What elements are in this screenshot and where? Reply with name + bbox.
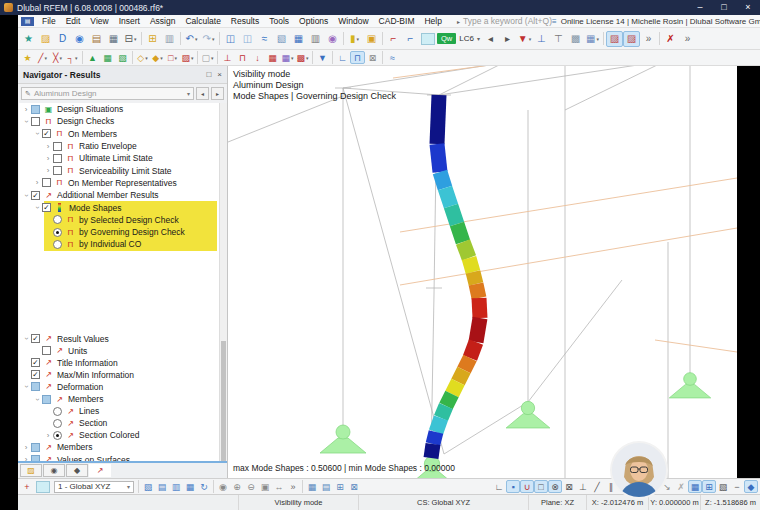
load-icon[interactable]: ↓ [250, 51, 265, 64]
tree-item[interactable]: ↗Lines [19, 405, 219, 417]
maximize-button[interactable]: □ [712, 0, 736, 15]
snap-corner-icon[interactable]: ∟ [492, 480, 506, 493]
expand-closed-icon[interactable]: › [43, 154, 53, 163]
panel-right-icon[interactable]: ◫ [239, 31, 256, 47]
tree-item[interactable]: ›↗Result Values [19, 333, 219, 345]
expand-closed-icon[interactable]: › [21, 443, 31, 452]
result-beam-icon[interactable]: ▨ [606, 31, 623, 47]
mode-shape-member-segment[interactable] [445, 188, 451, 206]
mode-shape-member-segment[interactable] [451, 206, 457, 224]
checkbox[interactable] [31, 443, 40, 452]
mode-shape-member-segment[interactable] [436, 418, 441, 432]
result-values-icon[interactable]: ⊤ [550, 31, 567, 47]
mode-shape-member-segment[interactable] [452, 382, 458, 394]
snap-intersection-icon[interactable]: ⊗ [548, 480, 562, 493]
mode-shape-member-segment[interactable] [470, 342, 476, 358]
checkbox[interactable] [31, 334, 40, 343]
next-design-button[interactable]: ▸ [211, 87, 224, 100]
mode-shape-member-segment[interactable] [479, 298, 480, 318]
radio-button[interactable] [53, 215, 62, 224]
tree-item[interactable]: ›↗Section Colored [19, 429, 219, 441]
expand-open-icon[interactable]: › [21, 117, 31, 126]
coordinate-system-selector[interactable]: 1 - Global XYZ ▾ [54, 481, 134, 493]
render-icon[interactable]: ▩ [567, 31, 584, 47]
expand-closed-icon[interactable]: › [32, 178, 42, 187]
mesh-icon[interactable]: ▦ [265, 51, 280, 64]
globe-icon[interactable]: ◉ [324, 31, 341, 47]
checkbox[interactable] [42, 178, 51, 187]
diagram-icon[interactable]: ≈ [256, 31, 273, 47]
checkbox[interactable] [42, 346, 51, 355]
expand-open-icon[interactable]: › [21, 382, 31, 391]
checkbox[interactable] [31, 382, 40, 391]
prev-loadcase-icon[interactable]: ◂ [482, 31, 499, 47]
expand-open-icon[interactable]: › [32, 203, 42, 212]
tree-item[interactable]: ›ΠServiceability Limit State [19, 164, 219, 176]
expand-closed-icon[interactable]: › [43, 431, 53, 440]
report-icon[interactable]: ▥ [161, 31, 178, 47]
show-results-icon[interactable]: ⊥ [533, 31, 550, 47]
blocks-icon[interactable]: ▦▾ [584, 31, 601, 47]
support-icon[interactable]: ⊥ [220, 51, 235, 64]
checkbox[interactable] [31, 105, 40, 114]
menu-calculate[interactable]: Calculate [180, 16, 225, 26]
tree-item[interactable]: ›▣Design Situations [19, 103, 219, 115]
expand-open-icon[interactable]: › [21, 191, 31, 200]
tree-item[interactable]: Πby Selected Design Check [19, 214, 219, 226]
mode-shape-member-segment[interactable] [440, 172, 445, 188]
radio-button[interactable] [53, 228, 62, 237]
plane-yz-icon[interactable]: ⊠ [347, 480, 361, 493]
mode-shape-member-segment[interactable] [476, 318, 480, 342]
grid-icon[interactable]: ▦ [688, 480, 702, 493]
refinement-icon[interactable]: ▩▾ [295, 51, 310, 64]
calculator-icon[interactable]: ▥ [307, 31, 324, 47]
view-front-icon[interactable]: ▥ [169, 480, 183, 493]
mode-shape-member-segment[interactable] [458, 370, 464, 382]
new-model-icon[interactable]: ★ [20, 31, 37, 47]
view-side-icon[interactable]: ▦ [183, 480, 197, 493]
mode-shape-member-segment[interactable] [464, 358, 470, 370]
work-plane2-icon[interactable]: ▤ [319, 480, 333, 493]
tables-icon[interactable]: ▦ [290, 31, 307, 47]
snap-perpendicular-icon[interactable]: ⊥ [576, 480, 590, 493]
expand-closed-icon[interactable]: › [43, 142, 53, 151]
select-window-icon[interactable]: ◆▾ [150, 51, 165, 64]
mode-shape-member-segment[interactable] [457, 224, 463, 242]
menu-assign[interactable]: Assign [145, 16, 181, 26]
mode-shape-member-segment[interactable] [469, 258, 473, 272]
tree-item[interactable]: ›↗Members [19, 393, 219, 405]
menu-tools[interactable]: Tools [264, 16, 294, 26]
snap-center-icon[interactable]: ⊠ [562, 480, 576, 493]
result-surface-icon[interactable]: ▨ [623, 31, 640, 47]
tree-item[interactable]: Πby Governing Design Check [19, 226, 219, 238]
tree-item[interactable]: ›ΠUltimate Limit State [19, 152, 219, 164]
tree-item[interactable]: ›ΠDesign Checks [19, 115, 219, 127]
radio-button[interactable] [53, 419, 62, 428]
guide-object-icon[interactable]: ▢▾ [200, 51, 215, 64]
annotation-icon[interactable]: ▨▾ [180, 51, 195, 64]
frame-icon[interactable]: ▣ [363, 31, 380, 47]
menu-results[interactable]: Results [226, 16, 264, 26]
prev-design-button[interactable]: ◂ [196, 87, 209, 100]
zoom-all-icon[interactable]: ▣ [258, 480, 272, 493]
dimension-icon[interactable]: □▾ [165, 51, 180, 64]
surface-icon[interactable]: ▦ [100, 51, 115, 64]
view-rotate-icon[interactable]: ↻ [197, 480, 211, 493]
view-iso-icon[interactable]: ▧ [141, 480, 155, 493]
polyline-icon[interactable]: ┐▾ [65, 51, 80, 64]
loadcase-new-icon[interactable]: ⌐ [385, 31, 402, 47]
panel-float-icon[interactable]: □ [206, 70, 211, 79]
view-top-icon[interactable]: ▤ [155, 480, 169, 493]
tree-item[interactable]: Πby Individual CO [19, 238, 219, 250]
mode-shape-member-segment[interactable] [476, 284, 479, 298]
result-diagram-icon[interactable]: ∟ [335, 51, 350, 64]
transparency-icon[interactable]: ◆ [744, 480, 758, 493]
image-icon[interactable]: ▧ [273, 31, 290, 47]
checkbox[interactable] [31, 117, 40, 126]
mode-shape-member-segment[interactable] [473, 272, 476, 284]
mode-shape-member-segment[interactable] [437, 144, 440, 172]
toolbar-overflow-icon[interactable]: » [640, 31, 657, 47]
menu-help[interactable]: Help [419, 16, 446, 26]
tree-item[interactable]: ›ΠRatio Envelope [19, 140, 219, 152]
panel-left-icon[interactable]: ◫ [222, 31, 239, 47]
